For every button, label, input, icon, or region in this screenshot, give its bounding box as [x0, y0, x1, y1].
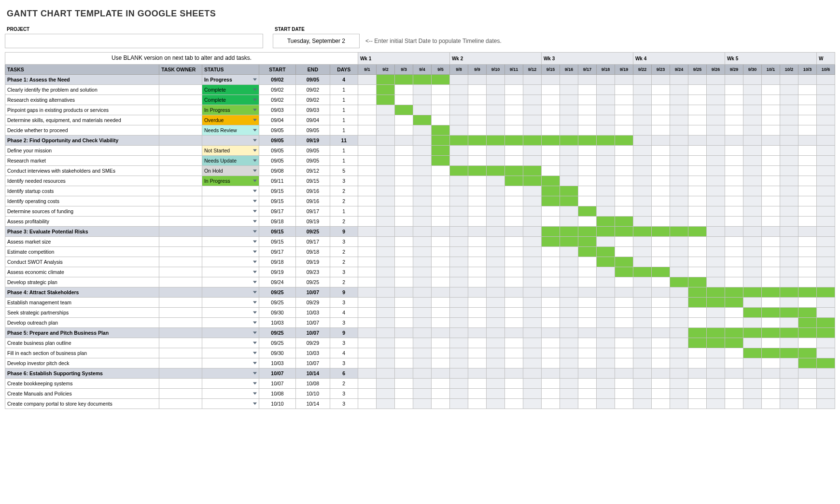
start-date-input[interactable]: Tuesday, September 2: [273, 34, 360, 48]
start-cell[interactable]: 09/05: [259, 156, 295, 166]
days-cell[interactable]: 1: [330, 206, 358, 217]
days-cell[interactable]: 2: [330, 379, 358, 389]
task-owner-cell[interactable]: [159, 267, 202, 277]
days-cell[interactable]: 2: [330, 247, 358, 257]
task-owner-cell[interactable]: [159, 237, 202, 247]
task-owner-cell[interactable]: [159, 95, 202, 105]
end-cell[interactable]: 10/07: [296, 287, 330, 298]
task-row[interactable]: Develop investor pitch deck10/0310/073: [5, 358, 835, 368]
task-owner-cell[interactable]: [159, 348, 202, 358]
days-cell[interactable]: 1: [330, 115, 358, 125]
task-owner-cell[interactable]: [159, 389, 202, 399]
start-cell[interactable]: 09/04: [259, 115, 295, 125]
end-cell[interactable]: 09/29: [296, 338, 330, 348]
task-owner-cell[interactable]: [159, 125, 202, 136]
end-cell[interactable]: 10/03: [296, 308, 330, 318]
start-cell[interactable]: 09/24: [259, 277, 295, 287]
phase-row[interactable]: Phase 4: Attract Stakeholders09/2510/079: [5, 287, 835, 298]
days-cell[interactable]: 2: [330, 186, 358, 196]
task-name[interactable]: Clearly identify the problem and solutio…: [5, 85, 159, 95]
status-dropdown[interactable]: Overdue: [202, 115, 259, 125]
days-cell[interactable]: 4: [330, 308, 358, 318]
days-cell[interactable]: 3: [330, 338, 358, 348]
days-cell[interactable]: 3: [330, 237, 358, 247]
start-cell[interactable]: 09/19: [259, 267, 295, 277]
days-cell[interactable]: 3: [330, 399, 358, 409]
task-row[interactable]: Conduct SWOT Analysis09/1809/192: [5, 257, 835, 267]
status-dropdown[interactable]: [202, 298, 259, 308]
start-cell[interactable]: 10/07: [259, 368, 295, 379]
task-name[interactable]: Research market: [5, 156, 159, 166]
task-name[interactable]: Define your mission: [5, 146, 159, 156]
days-cell[interactable]: 3: [330, 267, 358, 277]
task-row[interactable]: Determine sources of funding09/1709/171: [5, 206, 835, 217]
status-dropdown[interactable]: [202, 338, 259, 348]
status-dropdown[interactable]: Not Started: [202, 146, 259, 156]
end-cell[interactable]: 09/19: [296, 257, 330, 267]
end-cell[interactable]: 09/17: [296, 206, 330, 217]
start-cell[interactable]: 09/17: [259, 206, 295, 217]
status-dropdown[interactable]: Complete: [202, 85, 259, 95]
status-dropdown[interactable]: [202, 136, 259, 146]
task-name[interactable]: Phase 3: Evaluate Potential Risks: [5, 227, 159, 237]
end-cell[interactable]: 09/05: [296, 156, 330, 166]
days-cell[interactable]: 3: [330, 298, 358, 308]
end-cell[interactable]: 09/25: [296, 277, 330, 287]
task-name[interactable]: Create Manuals and Policies: [5, 389, 159, 399]
status-dropdown[interactable]: [202, 237, 259, 247]
task-owner-cell[interactable]: [159, 358, 202, 368]
end-cell[interactable]: 09/18: [296, 247, 330, 257]
start-cell[interactable]: 09/11: [259, 176, 295, 186]
start-cell[interactable]: 09/18: [259, 257, 295, 267]
status-dropdown[interactable]: [202, 287, 259, 298]
end-cell[interactable]: 09/29: [296, 298, 330, 308]
status-dropdown[interactable]: [202, 277, 259, 287]
status-dropdown[interactable]: [202, 196, 259, 206]
status-dropdown[interactable]: Needs Review: [202, 125, 259, 136]
status-dropdown[interactable]: [202, 186, 259, 196]
start-cell[interactable]: 09/18: [259, 217, 295, 227]
task-name[interactable]: Establish management team: [5, 298, 159, 308]
task-row[interactable]: Create bookkeeping systems10/0710/082: [5, 379, 835, 389]
task-name[interactable]: Create company portal to store key docum…: [5, 399, 159, 409]
days-cell[interactable]: 5: [330, 166, 358, 176]
status-dropdown[interactable]: [202, 379, 259, 389]
task-owner-cell[interactable]: [159, 399, 202, 409]
task-owner-cell[interactable]: [159, 115, 202, 125]
days-cell[interactable]: 9: [330, 287, 358, 298]
start-cell[interactable]: 09/15: [259, 186, 295, 196]
task-name[interactable]: Identify startup costs: [5, 186, 159, 196]
start-cell[interactable]: 09/25: [259, 298, 295, 308]
start-cell[interactable]: 10/10: [259, 399, 295, 409]
days-cell[interactable]: 6: [330, 368, 358, 379]
task-name[interactable]: Seek strategic partnerships: [5, 308, 159, 318]
task-owner-cell[interactable]: [159, 176, 202, 186]
days-cell[interactable]: 3: [330, 318, 358, 328]
task-row[interactable]: Define your missionNot Started09/0509/05…: [5, 146, 835, 156]
task-owner-cell[interactable]: [159, 338, 202, 348]
start-cell[interactable]: 10/08: [259, 389, 295, 399]
start-cell[interactable]: 09/30: [259, 348, 295, 358]
task-owner-cell[interactable]: [159, 257, 202, 267]
task-owner-cell[interactable]: [159, 308, 202, 318]
status-dropdown[interactable]: [202, 217, 259, 227]
task-owner-cell[interactable]: [159, 217, 202, 227]
task-name[interactable]: Estimate competition: [5, 247, 159, 257]
phase-row[interactable]: Phase 5: Prepare and Pitch Business Plan…: [5, 328, 835, 338]
task-owner-cell[interactable]: [159, 206, 202, 217]
task-row[interactable]: Research marketNeeds Update09/0509/051: [5, 156, 835, 166]
task-row[interactable]: Create business plan outline09/2509/293: [5, 338, 835, 348]
task-owner-cell[interactable]: [159, 379, 202, 389]
end-cell[interactable]: 09/17: [296, 237, 330, 247]
status-dropdown[interactable]: In Progress: [202, 105, 259, 115]
start-cell[interactable]: 09/05: [259, 136, 295, 146]
task-row[interactable]: Clearly identify the problem and solutio…: [5, 85, 835, 95]
task-owner-cell[interactable]: [159, 328, 202, 338]
end-cell[interactable]: 10/14: [296, 368, 330, 379]
end-cell[interactable]: 10/07: [296, 328, 330, 338]
task-name[interactable]: Develop investor pitch deck: [5, 358, 159, 368]
end-cell[interactable]: 10/14: [296, 399, 330, 409]
days-cell[interactable]: 9: [330, 227, 358, 237]
task-name[interactable]: Phase 2: Find Opportunity and Check Viab…: [5, 136, 159, 146]
start-cell[interactable]: 09/17: [259, 247, 295, 257]
